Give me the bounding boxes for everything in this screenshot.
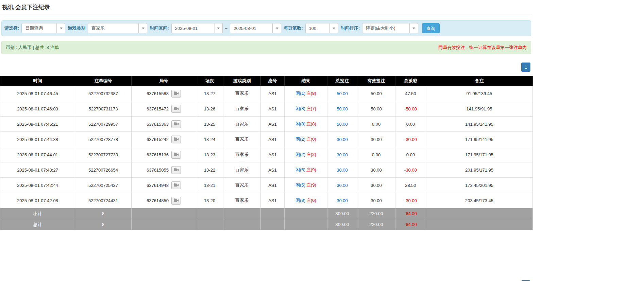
query-type-dropdown-button[interactable] xyxy=(57,23,65,33)
cell-round-id: 637615242 xyxy=(132,132,196,147)
cell-time: 2025-08-01 07:44:38 xyxy=(0,132,75,147)
page-button-1[interactable]: 1 xyxy=(521,63,530,72)
date-range-separator: ~ xyxy=(225,26,228,31)
cell-valid-bet: 30.00 xyxy=(357,162,395,178)
total-bet-link[interactable]: 50.00 xyxy=(337,106,348,111)
date-from-dropdown-button[interactable] xyxy=(214,23,223,33)
header-total-payout: 总派彩 xyxy=(395,76,426,86)
video-camera-icon xyxy=(174,137,179,141)
date-from-value[interactable]: 2025-08-01 xyxy=(171,23,214,33)
cell-note: 201.95/171.95 xyxy=(426,162,533,178)
total-bet-link[interactable]: 30.00 xyxy=(337,137,348,142)
cell-game-type: 百家乐 xyxy=(223,162,261,178)
video-replay-button[interactable] xyxy=(171,181,181,189)
table-body: 2025-08-01 07:46:45 522700732387 6376155… xyxy=(0,86,533,208)
table-row: 2025-08-01 07:46:45 522700732387 6376155… xyxy=(0,86,533,101)
date-to-value[interactable]: 2025-08-01 xyxy=(230,23,273,33)
page-size-label: 每页笔数: xyxy=(284,25,303,31)
total-bet-link[interactable]: 50.00 xyxy=(337,122,348,127)
date-from-select[interactable]: 2025-08-01 xyxy=(171,23,223,33)
header-total-bet: 总投注 xyxy=(327,76,357,86)
subtotal-valid-bet: 220.00 xyxy=(357,208,395,219)
cell-session: 13-20 xyxy=(196,193,223,208)
page-size-value[interactable]: 100 xyxy=(305,23,330,33)
cell-time: 2025-08-01 07:46:03 xyxy=(0,101,75,117)
game-type-value[interactable]: 百家乐 xyxy=(88,23,139,33)
result-banker: 庄(0) xyxy=(306,137,316,142)
total-bet-link[interactable]: 50.00 xyxy=(337,91,348,96)
cell-total-payout: -30.00 xyxy=(395,162,426,178)
video-camera-icon xyxy=(174,107,179,111)
game-type-dropdown-button[interactable] xyxy=(139,23,147,33)
table-footer: 小计 8 300.00 220.00 -64.00 总计 8 xyxy=(0,208,533,230)
page-size-select[interactable]: 100 xyxy=(305,23,338,33)
cell-total-payout: 0.00 xyxy=(395,147,426,162)
cell-bet-id: 522700728778 xyxy=(75,132,132,147)
cell-valid-bet: 30.00 xyxy=(357,132,395,147)
date-to-dropdown-button[interactable] xyxy=(273,23,281,33)
table-row: 2025-08-01 07:42:44 522700725437 6376149… xyxy=(0,178,533,193)
cell-time: 2025-08-01 07:45:21 xyxy=(0,117,75,132)
page-size-dropdown-button[interactable] xyxy=(330,23,338,33)
cell-bet-id: 522700724431 xyxy=(75,193,132,208)
total-bet-link[interactable]: 30.00 xyxy=(337,168,348,173)
total-bet-link[interactable]: 30.00 xyxy=(337,152,348,157)
cell-round-id: 637615588 xyxy=(132,86,196,101)
result-banker: 庄(8) xyxy=(306,121,316,126)
game-type-select[interactable]: 百家乐 xyxy=(88,23,147,33)
sort-label: 时间排序: xyxy=(341,25,360,31)
total-bet-link[interactable]: 30.00 xyxy=(337,183,348,188)
search-button[interactable]: 查询 xyxy=(422,23,440,33)
cell-bet-id: 522700732387 xyxy=(75,86,132,101)
cell-result: 闲(2)庄(2) xyxy=(285,147,327,162)
total-bet-link[interactable]: 30.00 xyxy=(337,198,348,203)
video-replay-button[interactable] xyxy=(171,166,181,174)
cell-round-id: 637614850 xyxy=(132,193,196,208)
cell-note: 173.45/201.95 xyxy=(426,178,533,193)
query-type-select[interactable]: 日期查询 xyxy=(21,23,65,33)
video-camera-icon xyxy=(174,183,179,187)
table-header-row: 时间 注单编号 局号 场次 游戏类别 桌号 结果 总投注 有效投注 总派彩 备注 xyxy=(0,76,533,86)
video-replay-button[interactable] xyxy=(171,136,181,143)
cell-valid-bet: 50.00 xyxy=(357,86,395,101)
result-banker: 庄(6) xyxy=(306,198,316,203)
cell-game-type: 百家乐 xyxy=(223,101,261,117)
cell-game-type: 百家乐 xyxy=(223,132,261,147)
currency-total-text: 币别 : 人民币 | 总共 :8 注单 xyxy=(6,45,59,51)
header-table-no: 桌号 xyxy=(261,76,285,86)
caret-down-icon xyxy=(142,28,145,29)
date-to-select[interactable]: 2025-08-01 xyxy=(230,23,281,33)
query-type-value[interactable]: 日期查询 xyxy=(21,23,57,33)
cell-total-bet: 50.00 xyxy=(327,117,357,132)
title-divider xyxy=(0,15,532,15)
video-replay-button[interactable] xyxy=(171,120,181,128)
cell-table-no: AS1 xyxy=(261,117,285,132)
cell-table-no: AS1 xyxy=(261,147,285,162)
cell-result: 闲(5)庄(9) xyxy=(285,162,327,178)
result-player: 闲(8) xyxy=(295,198,305,203)
cell-note: 141.95/141.95 xyxy=(426,117,533,132)
sort-value[interactable]: 降幂(由大到小) xyxy=(362,23,410,33)
cell-table-no: AS1 xyxy=(261,162,285,178)
notice-text: 同局有效投注，统一计算在该局第一张注单内 xyxy=(438,45,527,51)
cell-session: 13-26 xyxy=(196,101,223,117)
cell-total-payout: 47.50 xyxy=(395,86,426,101)
video-replay-button[interactable] xyxy=(171,197,181,205)
sort-dropdown-button[interactable] xyxy=(410,23,418,33)
video-replay-button[interactable] xyxy=(171,105,181,113)
cell-total-payout: -30.00 xyxy=(395,132,426,147)
sort-select[interactable]: 降幂(由大到小) xyxy=(362,23,418,33)
result-player: 闲(2) xyxy=(295,152,305,157)
cell-total-payout: -30.00 xyxy=(395,193,426,208)
result-player: 闲(5) xyxy=(295,182,305,188)
table-row: 2025-08-01 07:45:21 522700729957 6376153… xyxy=(0,117,533,132)
cell-session: 13-22 xyxy=(196,162,223,178)
cell-bet-id: 522700725437 xyxy=(75,178,132,193)
table-row: 2025-08-01 07:42:08 522700724431 6376148… xyxy=(0,193,533,208)
summary-bar: 币别 : 人民币 | 总共 :8 注单 同局有效投注，统一计算在该局第一张注单内 xyxy=(1,41,531,54)
video-replay-button[interactable] xyxy=(171,90,181,98)
header-game-type: 游戏类别 xyxy=(223,76,261,86)
cell-time: 2025-08-01 07:42:08 xyxy=(0,193,75,208)
grand-total-valid-bet: 220.00 xyxy=(357,219,395,230)
video-replay-button[interactable] xyxy=(171,151,181,159)
